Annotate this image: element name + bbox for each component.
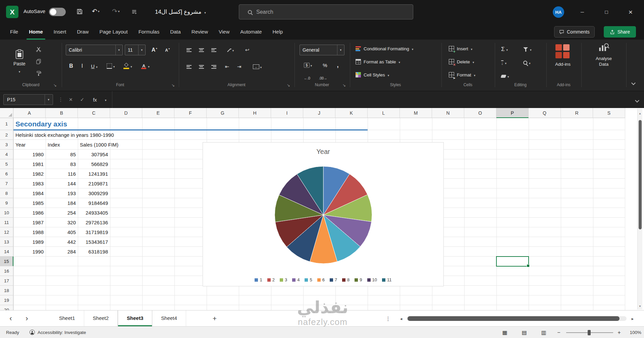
column-header-M[interactable]: M bbox=[400, 108, 432, 118]
row-header-13[interactable]: 13 bbox=[0, 237, 13, 247]
tab-automate[interactable]: Automate bbox=[235, 24, 267, 40]
row-header-7[interactable]: 7 bbox=[0, 179, 13, 188]
delete-cells-button[interactable]: Delete bbox=[449, 57, 474, 67]
align-left-button[interactable] bbox=[184, 62, 194, 71]
decrease-indent-button[interactable] bbox=[222, 62, 232, 71]
font-color-button[interactable]: A bbox=[138, 61, 152, 71]
row-header-9[interactable]: 9 bbox=[0, 198, 13, 208]
borders-button[interactable] bbox=[104, 61, 117, 71]
row-header-12[interactable]: 12 bbox=[0, 227, 13, 237]
analyse-data-button[interactable]: Analyse Data bbox=[586, 42, 621, 80]
formula-input[interactable] bbox=[112, 91, 629, 108]
cell-C8[interactable]: 3009299 bbox=[78, 188, 108, 198]
align-middle-button[interactable] bbox=[196, 45, 206, 55]
legend-item-6[interactable]: 6 bbox=[317, 277, 325, 282]
cell-C5[interactable]: 566829 bbox=[78, 159, 108, 169]
name-box[interactable]: P15 bbox=[3, 94, 53, 105]
align-right-button[interactable] bbox=[209, 62, 219, 71]
horizontal-scrollbar[interactable] bbox=[407, 316, 627, 321]
scroll-down-icon[interactable] bbox=[639, 302, 641, 308]
cell-B9[interactable]: 184 bbox=[46, 198, 76, 208]
close-button[interactable] bbox=[623, 0, 639, 24]
cell-C3[interactable]: Sales (1000 FIM) bbox=[80, 140, 118, 150]
row-header-15[interactable]: 15 bbox=[0, 257, 13, 266]
add-ins-button[interactable]: Add-ins bbox=[548, 62, 578, 67]
column-header-J[interactable]: J bbox=[303, 108, 335, 118]
avatar[interactable]: HA bbox=[553, 6, 564, 18]
column-header-Q[interactable]: Q bbox=[529, 108, 561, 118]
accounting-format-button[interactable]: $ bbox=[301, 60, 315, 70]
legend-item-8[interactable]: 8 bbox=[342, 277, 350, 282]
format-as-table-button[interactable]: Format as Table bbox=[356, 57, 400, 67]
legend-item-1[interactable]: 1 bbox=[255, 277, 262, 282]
column-header-E[interactable]: E bbox=[142, 108, 174, 118]
row-header-5[interactable]: 5 bbox=[0, 159, 13, 169]
column-header-O[interactable]: O bbox=[464, 108, 496, 118]
column-header-F[interactable]: F bbox=[174, 108, 207, 118]
cell-C12[interactable]: 31719819 bbox=[78, 227, 108, 237]
cell-A4[interactable]: 1980 bbox=[14, 150, 44, 159]
new-sheet-button[interactable] bbox=[209, 311, 221, 327]
font-name-select[interactable]: Calibri bbox=[66, 45, 123, 55]
cell-styles-button[interactable]: Cell Styles bbox=[356, 70, 389, 80]
scroll-up-icon[interactable] bbox=[639, 110, 641, 116]
insert-function-button[interactable]: fx bbox=[89, 94, 101, 105]
insert-cells-button[interactable]: Insert bbox=[449, 44, 472, 54]
page-layout-view-button[interactable] bbox=[519, 327, 530, 338]
restore-button[interactable] bbox=[598, 0, 614, 24]
cell-B10[interactable]: 254 bbox=[46, 208, 76, 218]
tab-data[interactable]: Data bbox=[165, 24, 186, 40]
add-ins-icon[interactable] bbox=[555, 44, 570, 58]
align-top-button[interactable] bbox=[184, 45, 194, 55]
format-cells-button[interactable]: Format bbox=[449, 70, 475, 80]
cut-button[interactable] bbox=[34, 45, 43, 54]
bold-button[interactable]: B bbox=[66, 61, 76, 71]
comma-style-button[interactable]: , bbox=[333, 60, 343, 70]
normal-view-button[interactable] bbox=[499, 327, 511, 338]
decrease-decimal-button[interactable] bbox=[317, 73, 329, 82]
undo-button[interactable] bbox=[92, 7, 99, 15]
column-header-I[interactable]: I bbox=[271, 108, 303, 118]
horizontal-scrollbar-thumb[interactable] bbox=[408, 316, 620, 321]
legend-item-7[interactable]: 7 bbox=[330, 277, 337, 282]
cell-B6[interactable]: 116 bbox=[46, 169, 76, 179]
cell-A11[interactable]: 1987 bbox=[14, 218, 44, 227]
collapse-ribbon-button[interactable] bbox=[632, 80, 635, 86]
column-header-L[interactable]: L bbox=[368, 108, 400, 118]
share-button[interactable]: Share bbox=[604, 26, 636, 38]
legend-item-9[interactable]: 9 bbox=[355, 277, 362, 282]
conditional-formatting-button[interactable]: Conditional Formatting bbox=[356, 44, 413, 54]
column-header-C[interactable]: C bbox=[78, 108, 110, 118]
row-header-18[interactable]: 18 bbox=[0, 286, 13, 295]
row-header-8[interactable]: 8 bbox=[0, 188, 13, 198]
increase-decimal-button[interactable] bbox=[301, 73, 313, 82]
column-header-R[interactable]: R bbox=[561, 108, 593, 118]
fill-color-button[interactable] bbox=[121, 61, 135, 71]
accessibility-status-button[interactable]: Accessibility: Investigate bbox=[38, 327, 86, 338]
scroll-left-button[interactable] bbox=[397, 311, 405, 327]
legend-item-4[interactable]: 4 bbox=[292, 277, 300, 282]
customize-quick-access-button[interactable] bbox=[131, 9, 137, 15]
column-header-K[interactable]: K bbox=[335, 108, 368, 118]
cell-A9[interactable]: 1985 bbox=[14, 198, 44, 208]
tab-formulas[interactable]: Formulas bbox=[133, 24, 165, 40]
cell-C14[interactable]: 6318198 bbox=[78, 247, 108, 257]
wrap-text-button[interactable] bbox=[242, 45, 252, 55]
cell-A3[interactable]: Year bbox=[15, 140, 25, 150]
cell-B13[interactable]: 442 bbox=[46, 237, 76, 247]
cell-A5[interactable]: 1981 bbox=[14, 159, 44, 169]
row-header-10[interactable]: 10 bbox=[0, 208, 13, 218]
increase-indent-button[interactable] bbox=[234, 62, 244, 71]
merge-center-button[interactable] bbox=[249, 62, 266, 71]
copy-button[interactable] bbox=[34, 57, 43, 66]
row-header-4[interactable]: 4 bbox=[0, 150, 13, 159]
underline-button[interactable]: U bbox=[88, 61, 101, 71]
tab-home[interactable]: Home bbox=[23, 24, 48, 40]
column-header-D[interactable]: D bbox=[110, 108, 142, 118]
legend-item-2[interactable]: 2 bbox=[267, 277, 275, 282]
paste-button[interactable]: Paste bbox=[9, 43, 30, 80]
row-header-1[interactable]: 1 bbox=[0, 118, 13, 130]
row-header-19[interactable]: 19 bbox=[0, 295, 13, 305]
increase-font-size-button[interactable] bbox=[149, 45, 160, 55]
cell-C4[interactable]: 307954 bbox=[78, 150, 108, 159]
